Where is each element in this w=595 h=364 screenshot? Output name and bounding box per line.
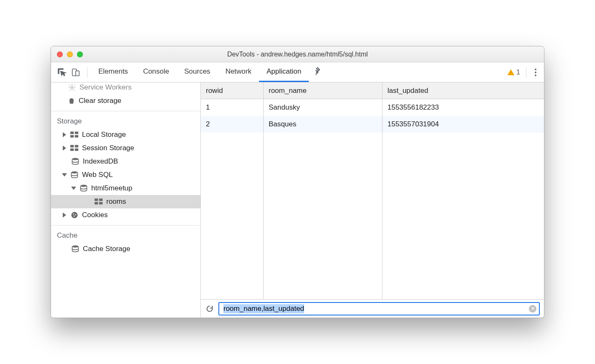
svg-rect-9 bbox=[70, 149, 74, 151]
sql-query-input-wrap[interactable]: room_name,last_updated ✕ bbox=[218, 302, 540, 315]
sidebar-item-rooms[interactable]: rooms bbox=[51, 195, 200, 208]
sidebar-item-websql[interactable]: Web SQL bbox=[51, 168, 200, 182]
sidebar-item-label: Local Storage bbox=[82, 131, 126, 139]
svg-rect-17 bbox=[99, 202, 103, 205]
sidebar-item-label: Cache Storage bbox=[83, 245, 130, 253]
sidebar-item-label: Clear storage bbox=[79, 97, 121, 105]
table-row[interactable]: 2 Basques 1553557031904 bbox=[201, 116, 544, 133]
cookie-icon bbox=[70, 211, 79, 219]
sidebar-item-cache-storage[interactable]: Cache Storage bbox=[51, 242, 200, 256]
cell: 2 bbox=[201, 116, 264, 133]
tab-network[interactable]: Network bbox=[218, 62, 259, 82]
cell: 1553557031904 bbox=[382, 116, 544, 133]
svg-rect-10 bbox=[75, 149, 78, 151]
caret-icon bbox=[62, 173, 67, 177]
svg-rect-8 bbox=[75, 145, 78, 148]
svg-point-11 bbox=[72, 158, 79, 160]
caret-icon bbox=[63, 146, 66, 151]
gear-icon bbox=[68, 83, 76, 92]
storage-grid-icon bbox=[70, 131, 79, 138]
tab-elements[interactable]: Elements bbox=[91, 62, 136, 82]
svg-rect-14 bbox=[95, 199, 98, 201]
svg-point-21 bbox=[74, 215, 75, 217]
cell: Sandusky bbox=[264, 99, 382, 116]
sidebar-item-label: Web SQL bbox=[82, 171, 113, 179]
svg-rect-1 bbox=[76, 71, 79, 76]
sidebar-item-label: Cookies bbox=[82, 211, 108, 219]
svg-rect-3 bbox=[70, 132, 74, 134]
sidebar-item-indexeddb[interactable]: IndexedDB bbox=[51, 155, 200, 168]
trash-icon bbox=[68, 97, 75, 105]
database-icon bbox=[71, 245, 80, 253]
devtools-window: DevTools - andrew.hedges.name/html5/sql.… bbox=[51, 46, 544, 318]
table-body: 1 Sandusky 1553556182233 2 Basques 15535… bbox=[201, 99, 544, 299]
caret-icon bbox=[71, 187, 76, 190]
warnings-badge[interactable]: 1 bbox=[505, 69, 523, 76]
svg-rect-5 bbox=[70, 135, 74, 138]
svg-point-20 bbox=[75, 214, 76, 215]
main-panel: rowid room_name last_updated 1 Sandusky … bbox=[201, 82, 544, 318]
close-window-button[interactable] bbox=[57, 51, 63, 57]
divider bbox=[87, 67, 87, 78]
sidebar-item-local-storage[interactable]: Local Storage bbox=[51, 128, 200, 141]
cell: 1553556182233 bbox=[382, 99, 544, 116]
window-controls bbox=[57, 51, 83, 57]
svg-point-18 bbox=[72, 212, 78, 218]
tab-application[interactable]: Application bbox=[259, 62, 309, 82]
sidebar-item-service-workers[interactable]: Service Workers bbox=[51, 82, 200, 94]
inspect-element-icon[interactable] bbox=[57, 67, 67, 77]
content-area: Service Workers Clear storage Storage Lo… bbox=[51, 82, 544, 318]
settings-menu-button[interactable] bbox=[530, 69, 541, 76]
sidebar-item-label: Session Storage bbox=[82, 144, 134, 152]
data-table: rowid room_name last_updated 1 Sandusky … bbox=[201, 82, 544, 299]
section-cache-header: Cache bbox=[51, 225, 200, 242]
minimize-window-button[interactable] bbox=[67, 51, 73, 57]
bottom-toolbar: room_name,last_updated ✕ bbox=[201, 299, 544, 318]
titlebar: DevTools - andrew.hedges.name/html5/sql.… bbox=[51, 46, 544, 62]
sidebar-item-label: rooms bbox=[106, 197, 126, 206]
svg-rect-7 bbox=[70, 145, 74, 148]
panel-tabs: Elements Console Sources Network Applica… bbox=[91, 62, 326, 82]
database-icon bbox=[80, 184, 88, 192]
sidebar-item-session-storage[interactable]: Session Storage bbox=[51, 141, 200, 155]
warning-count: 1 bbox=[516, 69, 520, 76]
svg-point-2 bbox=[71, 87, 73, 89]
caret-icon bbox=[63, 132, 66, 137]
svg-point-19 bbox=[73, 213, 74, 215]
more-tabs-button[interactable] bbox=[309, 62, 326, 82]
database-icon bbox=[70, 171, 79, 179]
tab-console[interactable]: Console bbox=[136, 62, 177, 82]
divider bbox=[526, 67, 526, 78]
devtools-tabbar: Elements Console Sources Network Applica… bbox=[51, 62, 544, 82]
sidebar-item-label: Service Workers bbox=[80, 83, 131, 92]
svg-rect-6 bbox=[75, 135, 78, 138]
zoom-window-button[interactable] bbox=[77, 51, 83, 57]
storage-grid-icon bbox=[70, 145, 79, 151]
window-title: DevTools - andrew.hedges.name/html5/sql.… bbox=[51, 51, 544, 58]
database-icon bbox=[71, 157, 80, 166]
column-header[interactable]: rowid bbox=[201, 82, 264, 99]
sidebar-item-clear-storage[interactable]: Clear storage bbox=[51, 94, 200, 108]
table-header-row: rowid room_name last_updated bbox=[201, 82, 544, 99]
column-header[interactable]: room_name bbox=[264, 82, 382, 99]
svg-point-13 bbox=[81, 185, 87, 187]
column-header[interactable]: last_updated bbox=[382, 82, 544, 99]
svg-rect-16 bbox=[95, 202, 98, 205]
sidebar-item-label: html5meetup bbox=[91, 184, 132, 192]
device-toggle-icon[interactable] bbox=[71, 67, 80, 77]
sidebar-item-html5meetup[interactable]: html5meetup bbox=[51, 182, 200, 195]
cell: 1 bbox=[201, 99, 264, 116]
section-storage-header: Storage bbox=[51, 111, 200, 128]
tab-sources[interactable]: Sources bbox=[177, 62, 218, 82]
sidebar-item-cookies[interactable]: Cookies bbox=[51, 208, 200, 222]
svg-rect-4 bbox=[75, 132, 78, 134]
table-grid-icon bbox=[95, 198, 103, 205]
sidebar-item-label: IndexedDB bbox=[83, 157, 118, 166]
application-sidebar: Service Workers Clear storage Storage Lo… bbox=[51, 82, 201, 318]
svg-rect-15 bbox=[99, 199, 103, 201]
clear-input-button[interactable]: ✕ bbox=[529, 305, 536, 313]
refresh-button[interactable] bbox=[205, 304, 214, 313]
table-row[interactable]: 1 Sandusky 1553556182233 bbox=[201, 99, 544, 116]
sql-query-input[interactable]: room_name,last_updated bbox=[223, 304, 304, 313]
svg-point-12 bbox=[72, 172, 78, 174]
